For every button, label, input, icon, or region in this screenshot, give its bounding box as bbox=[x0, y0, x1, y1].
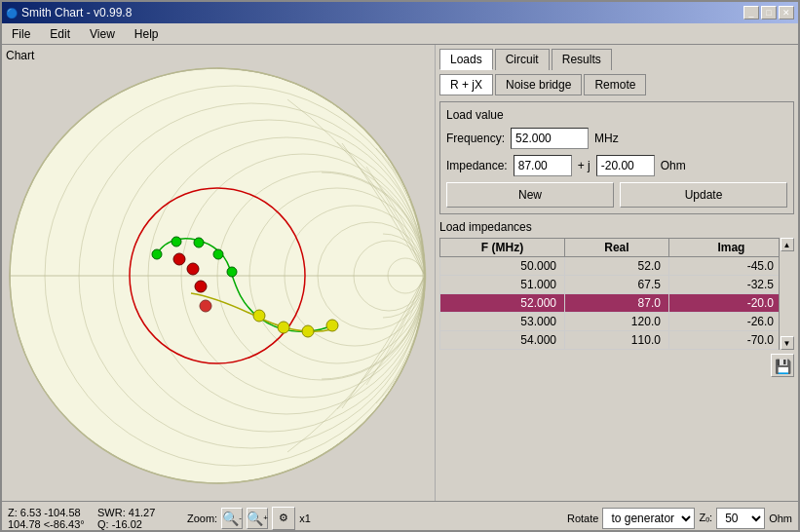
subtab-noise-bridge[interactable]: Noise bridge bbox=[495, 74, 582, 95]
cell-real: 110.0 bbox=[565, 331, 669, 350]
z0-unit: Ohm bbox=[769, 513, 792, 524]
settings-button[interactable]: ⚙ bbox=[272, 507, 295, 530]
svg-point-26 bbox=[278, 322, 289, 333]
q-label-value: Q: -16.02 bbox=[97, 518, 175, 530]
cell-real: 87.0 bbox=[565, 294, 669, 313]
rotate-select[interactable]: to generator to load bbox=[602, 508, 695, 529]
frequency-unit: MHz bbox=[594, 132, 619, 145]
z0-select[interactable]: 50 bbox=[716, 508, 765, 529]
menu-view[interactable]: View bbox=[84, 25, 121, 43]
impedance-j-label: + j bbox=[578, 159, 590, 172]
scrollbar-down[interactable]: ▼ bbox=[781, 336, 794, 350]
z-label-value: Z: 6.53 -104.58 bbox=[8, 507, 86, 518]
cell-freq: 50.000 bbox=[440, 257, 565, 276]
table-row[interactable]: 52.000 87.0 -20.0 bbox=[440, 294, 794, 313]
tab-circuit[interactable]: Circuit bbox=[495, 49, 550, 70]
titlebar-left: 🔵 Smith Chart - v0.99.8 bbox=[6, 6, 132, 19]
table-row[interactable]: 50.000 52.0 -45.0 bbox=[440, 257, 794, 276]
tab-results[interactable]: Results bbox=[552, 49, 612, 70]
frequency-row: Frequency: MHz bbox=[446, 128, 787, 149]
frequency-input[interactable] bbox=[511, 128, 589, 149]
svg-point-23 bbox=[195, 281, 207, 292]
cell-freq: 54.000 bbox=[440, 331, 565, 350]
main-tabs: Loads Circuit Results bbox=[439, 49, 794, 70]
titlebar-buttons: _ □ ✕ bbox=[743, 6, 794, 19]
load-impedances-label: Load impedances bbox=[439, 220, 794, 234]
impedance-table-wrapper: F (MHz) Real Imag 50.000 52.0 -45.0 51.0… bbox=[439, 238, 794, 350]
load-impedances-section: Load impedances F (MHz) Real Imag 50.000… bbox=[439, 220, 794, 377]
rotate-label: Rotate bbox=[567, 513, 598, 524]
svg-point-17 bbox=[171, 237, 181, 247]
new-button[interactable]: New bbox=[446, 182, 614, 208]
svg-point-22 bbox=[187, 263, 199, 275]
chart-title: Chart bbox=[6, 49, 431, 62]
swr-label-value: SWR: 41.27 bbox=[97, 507, 175, 518]
app-icon: 🔵 bbox=[6, 8, 18, 19]
smith-chart bbox=[6, 64, 430, 488]
cell-freq: 53.000 bbox=[440, 313, 565, 331]
sub-tabs: R + jX Noise bridge Remote bbox=[439, 74, 794, 95]
svg-point-27 bbox=[302, 325, 314, 337]
z-status: Z: 6.53 -104.58 104.78 <-86.43° bbox=[8, 507, 86, 530]
close-button[interactable]: ✕ bbox=[779, 6, 794, 19]
svg-point-20 bbox=[227, 267, 237, 277]
chart-area: Chart bbox=[2, 45, 436, 501]
cell-real: 120.0 bbox=[565, 313, 669, 331]
svg-point-18 bbox=[194, 238, 204, 247]
menubar: File Edit View Help bbox=[2, 23, 798, 45]
menu-help[interactable]: Help bbox=[129, 25, 165, 43]
titlebar: 🔵 Smith Chart - v0.99.8 _ □ ✕ bbox=[2, 2, 798, 23]
update-button[interactable]: Update bbox=[620, 182, 787, 208]
rotate-section: Rotate to generator to load Z₀: 50 Ohm bbox=[567, 508, 792, 529]
cell-freq: 51.000 bbox=[440, 276, 565, 294]
table-row[interactable]: 54.000 110.0 -70.0 bbox=[440, 331, 794, 350]
menu-edit[interactable]: Edit bbox=[44, 25, 76, 43]
col-freq: F (MHz) bbox=[440, 239, 565, 257]
main-area: Chart bbox=[2, 45, 798, 501]
load-value-section: Load value Frequency: MHz Impedance: + j… bbox=[439, 101, 794, 214]
zoom-value: x1 bbox=[299, 513, 311, 524]
load-value-label: Load value bbox=[446, 108, 787, 122]
impedance-real-input[interactable] bbox=[514, 155, 572, 176]
svg-point-21 bbox=[173, 253, 185, 265]
svg-point-16 bbox=[152, 249, 162, 259]
cell-real: 52.0 bbox=[565, 257, 669, 276]
cell-imag: -70.0 bbox=[668, 331, 793, 350]
svg-point-19 bbox=[213, 249, 223, 259]
cell-real: 67.5 bbox=[565, 276, 669, 294]
statusbar: Z: 6.53 -104.58 104.78 <-86.43° SWR: 41.… bbox=[2, 501, 798, 532]
save-icon-button[interactable]: 💾 bbox=[771, 354, 794, 377]
zoom-label: Zoom: bbox=[187, 513, 217, 524]
subtab-remote[interactable]: Remote bbox=[584, 74, 646, 95]
z0-label: Z₀: bbox=[699, 512, 712, 524]
impedance-label: Impedance: bbox=[446, 159, 508, 172]
col-real: Real bbox=[565, 239, 669, 257]
zoom-out-button[interactable]: 🔍- bbox=[221, 508, 243, 529]
svg-point-25 bbox=[253, 310, 265, 322]
table-row[interactable]: 53.000 120.0 -26.0 bbox=[440, 313, 794, 331]
tab-loads[interactable]: Loads bbox=[439, 49, 493, 70]
impedance-unit: Ohm bbox=[661, 159, 686, 172]
impedance-row: Impedance: + j Ohm bbox=[446, 155, 787, 176]
frequency-label: Frequency: bbox=[446, 132, 505, 145]
maximize-button[interactable]: □ bbox=[761, 6, 777, 19]
zoom-in-button[interactable]: 🔍+ bbox=[247, 508, 268, 529]
menu-file[interactable]: File bbox=[6, 25, 36, 43]
col-imag: Imag bbox=[668, 239, 793, 257]
z-polar-value: 104.78 <-86.43° bbox=[8, 518, 86, 530]
swr-q-status: SWR: 41.27 Q: -16.02 bbox=[97, 507, 175, 530]
cell-imag: -26.0 bbox=[668, 313, 793, 331]
cell-imag: -20.0 bbox=[668, 294, 793, 313]
scrollbar-up[interactable]: ▲ bbox=[781, 238, 794, 251]
subtab-rjx[interactable]: R + jX bbox=[439, 74, 493, 95]
action-buttons: New Update bbox=[446, 182, 787, 208]
table-row[interactable]: 51.000 67.5 -32.5 bbox=[440, 276, 794, 294]
app-title: Smith Chart - v0.99.8 bbox=[21, 6, 132, 19]
impedance-imag-input[interactable] bbox=[596, 155, 655, 176]
zoom-section: Zoom: 🔍- 🔍+ ⚙ x1 bbox=[187, 507, 311, 530]
impedance-table: F (MHz) Real Imag 50.000 52.0 -45.0 51.0… bbox=[439, 238, 794, 350]
minimize-button[interactable]: _ bbox=[743, 6, 759, 19]
cell-imag: -32.5 bbox=[668, 276, 793, 294]
svg-point-24 bbox=[200, 300, 211, 312]
cell-imag: -45.0 bbox=[668, 257, 793, 276]
